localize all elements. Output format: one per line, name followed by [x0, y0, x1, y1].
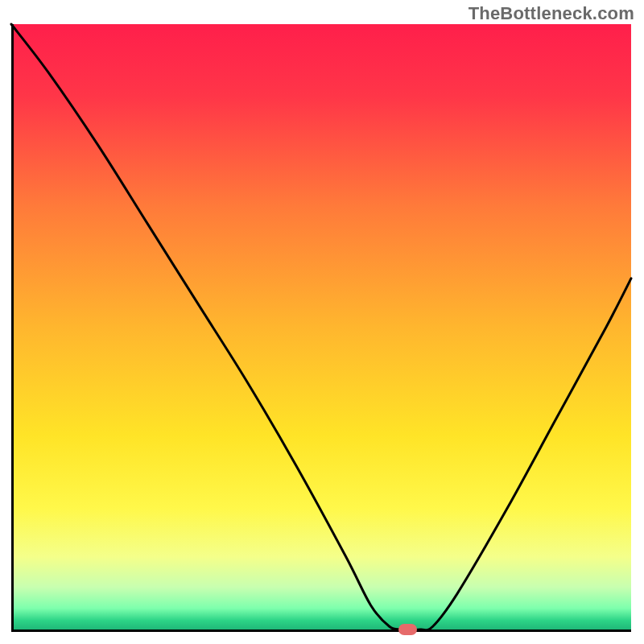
chart-curve-layer	[0, 0, 644, 644]
x-axis	[11, 630, 631, 632]
watermark-text: TheBottleneck.com	[469, 3, 634, 24]
optimal-marker	[398, 624, 417, 635]
bottleneck-chart: TheBottleneck.com	[0, 0, 644, 644]
bottleneck-curve	[11, 24, 631, 630]
y-axis	[11, 24, 14, 630]
